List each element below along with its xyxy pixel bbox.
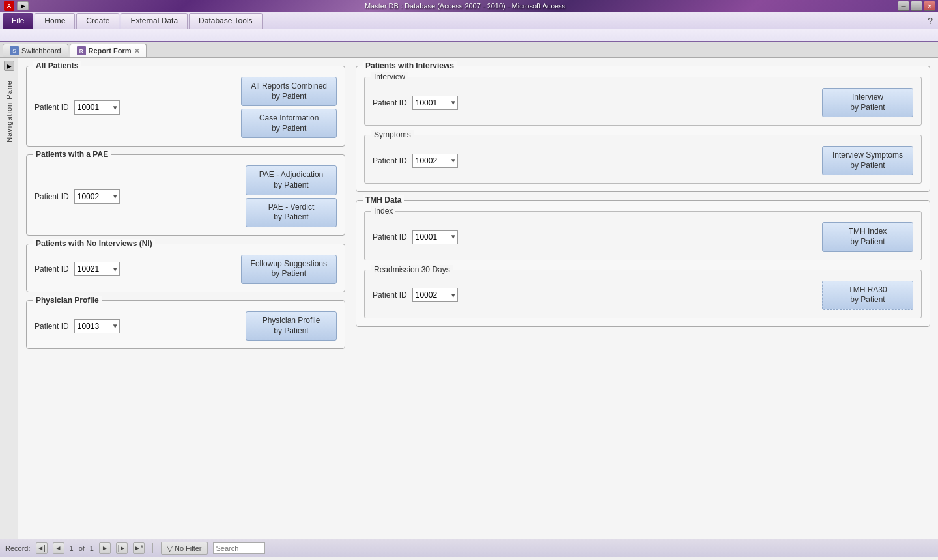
switchboard-tab-label: Switchboard [21,47,61,55]
interviews-group-title: Patients with Interviews [363,61,457,70]
all-patients-select-wrapper: 10001 10002 10013 10021 ▼ [74,100,120,115]
readmission-select-wrapper: 10001 10002 10013 10021 ▼ [412,288,458,302]
all-patients-title: All Patients [33,61,81,70]
filter-icon: ▽ [167,544,173,553]
no-interviews-group: Patients with No Interviews (NI) Patient… [26,244,345,292]
ribbon-tab-home[interactable]: Home [35,13,75,29]
close-button[interactable]: ✕ [924,1,935,11]
symptoms-id-label: Patient ID [373,156,407,165]
maximize-button[interactable]: □ [911,1,922,11]
all-patients-select[interactable]: 10001 10002 10013 10021 [74,100,120,115]
readmission-id-label: Patient ID [373,290,407,300]
all-reports-combined-button[interactable]: All Reports Combinedby Patient [241,77,337,106]
pae-select-wrapper: 10001 10002 10013 10021 ▼ [74,189,120,204]
interview-select-wrapper: 10001 10002 10013 10021 ▼ [412,96,458,110]
symptoms-select-wrapper: 10001 10002 10013 10021 ▼ [412,154,458,168]
minimize-button[interactable]: ─ [898,1,909,11]
readmission-select[interactable]: 10001 10002 10013 10021 [412,288,458,302]
report-form-tab-icon: R [77,46,86,55]
ribbon-content [0,29,938,42]
ribbon-tab-file[interactable]: File [3,13,33,29]
physician-title: Physician Profile [33,296,102,305]
ribbon-tab-create[interactable]: Create [76,13,119,29]
no-filter-button[interactable]: ▽ No Filter [161,542,208,555]
record-of-label: of [79,544,85,552]
interview-select[interactable]: 10001 10002 10013 10021 [412,96,458,110]
pae-group: Patients with a PAE Patient ID 10001 100… [26,154,345,235]
all-patients-id-label: Patient ID [35,103,69,112]
no-interviews-title: Patients with No Interviews (NI) [33,239,155,248]
status-divider [152,543,153,553]
pae-buttons: PAE - Adjudicationby Patient PAE - Verdi… [246,165,337,227]
tmh-index-subgroup-title: Index [371,206,395,216]
doc-tabs-bar: S Switchboard R Report Form ✕ [0,42,938,58]
record-total: 1 [90,544,94,552]
tmh-ra30-button[interactable]: TMH RA30by Patient [822,281,913,310]
nav-pane: ▶ Navigation Pane [0,58,18,539]
record-next-button[interactable]: ► [99,542,111,554]
left-column: All Patients Patient ID 10001 10002 1001… [26,66,345,531]
report-form-tab-label: Report Form [89,47,132,55]
decorative-top-bar: A ▶ Master DB : Database (Access 2007 - … [0,0,938,12]
no-interviews-select-wrapper: 10001 10002 10013 10021 ▼ [74,262,120,276]
window-title: Master DB : Database (Access 2007 - 2010… [33,2,898,10]
all-patients-buttons: All Reports Combinedby Patient Case Info… [241,77,337,138]
physician-select[interactable]: 10001 10002 10013 10021 [74,319,120,333]
no-interviews-select[interactable]: 10001 10002 10013 10021 [74,262,120,276]
right-column: Patients with Interviews Interview Patie… [356,66,930,531]
record-prev-button[interactable]: ◄ [53,542,64,554]
report-form-tab-close[interactable]: ✕ [134,48,139,55]
physician-id-label: Patient ID [35,322,69,331]
quick-access-toolbar: ▶ [17,1,29,10]
pae-id-label: Patient ID [35,192,69,201]
ribbon-tab-database[interactable]: Database Tools [189,13,263,29]
tmh-index-button[interactable]: TMH Indexby Patient [822,222,913,251]
interview-subgroup: Interview Patient ID 10001 10002 10013 1… [364,77,922,126]
interview-subgroup-title: Interview [371,72,408,81]
pae-title: Patients with a PAE [33,150,111,159]
content-area: All Patients Patient ID 10001 10002 1001… [18,58,938,539]
physician-buttons: Physician Profileby Patient [246,311,337,341]
access-logo: A [4,1,14,11]
tmh-group: TMH Data Index Patient ID 10001 10002 10… [356,200,930,326]
pae-adjudication-button[interactable]: PAE - Adjudicationby Patient [246,165,337,195]
record-new-button[interactable]: ►* [133,542,145,554]
no-interviews-buttons: Followup Suggestionsby Patient [241,255,337,284]
case-information-button[interactable]: Case Informationby Patient [241,109,337,138]
pae-verdict-button[interactable]: PAE - Verdictby Patient [246,198,337,227]
followup-suggestions-button[interactable]: Followup Suggestionsby Patient [241,255,337,284]
record-label: Record: [5,544,31,552]
tmh-index-select[interactable]: 10001 10002 10013 10021 [412,230,458,244]
record-last-button[interactable]: |► [116,542,128,554]
interviews-group: Patients with Interviews Interview Patie… [356,66,930,192]
physician-group: Physician Profile Patient ID 10001 10002… [26,300,345,349]
readmission-subgroup: Readmission 30 Days Patient ID 10001 100… [364,270,922,318]
tmh-group-title: TMH Data [363,195,404,204]
interview-by-patient-button[interactable]: Interviewby Patient [822,88,913,117]
doc-tab-switchboard[interactable]: S Switchboard [3,44,68,57]
symptoms-select[interactable]: 10001 10002 10013 10021 [412,154,458,168]
tmh-index-subgroup: Index Patient ID 10001 10002 10013 10021 [364,211,922,260]
physician-select-wrapper: 10001 10002 10013 10021 ▼ [74,319,120,333]
no-interviews-id-label: Patient ID [35,264,69,273]
help-button[interactable]: ? [922,13,938,29]
record-current: 1 [70,544,74,552]
symptoms-subgroup: Symptoms Patient ID 10001 10002 10013 10… [364,135,922,184]
switchboard-tab-icon: S [10,46,19,55]
status-bar: Record: ◄| ◄ 1 of 1 ► |► ►* ▽ No Filter [0,539,938,557]
doc-tab-report-form[interactable]: R Report Form ✕ [70,44,147,57]
interview-id-label: Patient ID [373,98,407,107]
ribbon-tab-external[interactable]: External Data [121,13,188,29]
tmh-index-id-label: Patient ID [373,232,407,242]
nav-pane-label: Navigation Pane [5,80,13,143]
nav-pane-toggle[interactable]: ▶ [4,61,14,71]
interview-symptoms-button[interactable]: Interview Symptomsby Patient [822,146,913,175]
physician-profile-button[interactable]: Physician Profileby Patient [246,311,337,341]
search-input[interactable] [213,542,265,554]
no-filter-label: No Filter [175,544,202,552]
pae-select[interactable]: 10001 10002 10013 10021 [74,189,120,204]
record-first-button[interactable]: ◄| [36,542,48,554]
tmh-index-select-wrapper: 10001 10002 10013 10021 ▼ [412,230,458,244]
all-patients-group: All Patients Patient ID 10001 10002 1001… [26,66,345,147]
readmission-subgroup-title: Readmission 30 Days [371,265,453,274]
